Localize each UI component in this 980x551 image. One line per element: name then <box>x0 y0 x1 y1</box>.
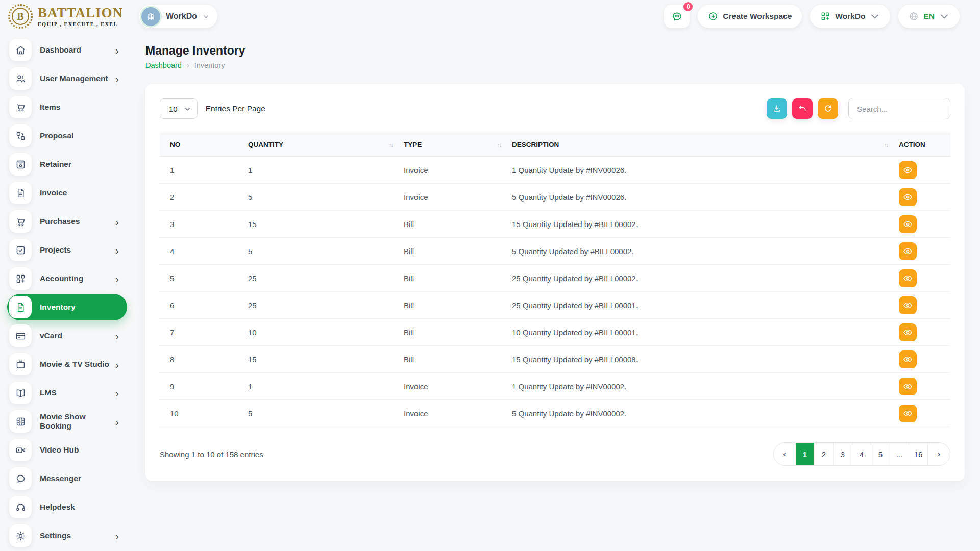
sidebar-item-video-hub[interactable]: Video Hub <box>7 437 127 463</box>
cell-type: Bill <box>400 346 508 373</box>
view-button[interactable] <box>899 161 917 179</box>
cell-type: Bill <box>400 238 508 265</box>
language-selector[interactable]: EN <box>898 5 960 28</box>
pagination-prev[interactable]: ‹ <box>774 443 796 465</box>
refresh-icon <box>823 104 832 113</box>
pagination-page-4[interactable]: 4 <box>852 443 871 465</box>
create-workspace-button[interactable]: Create Workspace <box>698 5 802 28</box>
cell-type: Invoice <box>400 157 508 184</box>
cell-quantity: 1 <box>244 157 400 184</box>
sidebar-item-dashboard[interactable]: Dashboard › <box>7 37 127 63</box>
cell-no: 9 <box>160 373 244 400</box>
sidebar-item-movie-tv-studio[interactable]: Movie & TV Studio › <box>7 351 127 378</box>
chevron-right-icon: › <box>115 73 119 84</box>
cell-type: Invoice <box>400 373 508 400</box>
sidebar-item-items[interactable]: Items <box>7 94 127 120</box>
chevron-down-icon <box>939 11 949 21</box>
search-input[interactable] <box>848 98 950 119</box>
sort-icon[interactable]: ↑↓ <box>497 142 504 148</box>
breadcrumb-dashboard-link[interactable]: Dashboard <box>145 61 182 69</box>
create-workspace-label: Create Workspace <box>723 12 792 21</box>
view-button[interactable] <box>899 405 917 422</box>
chevron-right-icon: › <box>115 359 119 370</box>
grid-plus-icon <box>9 267 32 290</box>
workspace-switcher[interactable]: WorkDo <box>139 5 217 28</box>
workdo-menu-button[interactable]: WorkDo <box>810 5 890 28</box>
cell-quantity: 15 <box>244 211 400 238</box>
topbar-actions: 0 Create Workspace WorkDo EN <box>664 5 960 28</box>
sidebar-item-accounting[interactable]: Accounting › <box>7 265 127 292</box>
sidebar-item-retainer[interactable]: Retainer <box>7 151 127 178</box>
cell-no: 7 <box>160 319 244 346</box>
sidebar-item-movie-show-booking[interactable]: Movie Show Booking › <box>7 408 127 435</box>
cell-quantity: 5 <box>244 184 400 211</box>
table-row: 6 25 Bill 25 Quantity Updated by #BILL00… <box>160 292 950 319</box>
eye-icon <box>903 165 913 175</box>
pagination-page-3[interactable]: 3 <box>834 443 852 465</box>
pagination-page-2[interactable]: 2 <box>815 443 834 465</box>
cell-description: 10 Quantity Updated by #BILL00001. <box>508 319 895 346</box>
view-button[interactable] <box>899 378 917 395</box>
download-icon <box>772 104 781 113</box>
view-button[interactable] <box>899 269 917 287</box>
pagination-page-5[interactable]: 5 <box>871 443 890 465</box>
chevron-right-icon: › <box>115 245 119 256</box>
sidebar-item-helpdesk[interactable]: Helpdesk <box>7 494 127 520</box>
building-icon <box>141 7 160 26</box>
eye-icon <box>903 192 913 202</box>
table-row: 1 1 Invoice 1 Quantity Update by #INV000… <box>160 157 950 184</box>
brand-name: BATTALION <box>38 6 123 20</box>
cell-description: 5 Quantity Updated by #BILL00002. <box>508 238 895 265</box>
messages-button[interactable]: 0 <box>664 5 690 28</box>
sidebar-item-user-management[interactable]: User Management › <box>7 65 127 92</box>
tv-icon <box>9 353 32 375</box>
column-header-description[interactable]: DESCRIPTION↑↓ <box>508 133 895 157</box>
view-button[interactable] <box>899 350 917 368</box>
sidebar-item-purchases[interactable]: Purchases › <box>7 208 127 235</box>
refresh-button[interactable] <box>818 98 838 119</box>
workdo-menu-label: WorkDo <box>835 12 865 21</box>
pagination-page-1[interactable]: 1 <box>796 443 815 465</box>
download-button[interactable] <box>767 98 787 119</box>
breadcrumb: Dashboard › Inventory <box>145 61 965 69</box>
table-row: 2 5 Invoice 5 Quantity Update by #INV000… <box>160 184 950 211</box>
sort-icon[interactable]: ↑↓ <box>884 142 891 148</box>
cell-type: Invoice <box>400 400 508 427</box>
pagination-next[interactable]: › <box>928 443 950 465</box>
view-button[interactable] <box>899 215 917 233</box>
plus-circle-icon <box>708 11 718 21</box>
inventory-table: NOQUANTITY↑↓TYPE↑↓DESCRIPTION↑↓ACTION 1 … <box>160 133 950 427</box>
table-row: 3 15 Bill 15 Quantity Updated by #BILL00… <box>160 211 950 238</box>
view-button[interactable] <box>899 242 917 260</box>
sidebar-item-inventory[interactable]: Inventory <box>7 294 127 320</box>
table-header-row: NOQUANTITY↑↓TYPE↑↓DESCRIPTION↑↓ACTION <box>160 133 950 157</box>
brand-logo[interactable]: B BATTALION EQUIP , EXECUTE , EXEL <box>8 4 129 29</box>
cell-description: 15 Quantity Updated by #BILL00008. <box>508 346 895 373</box>
undo-button[interactable] <box>792 98 813 119</box>
column-header-quantity[interactable]: QUANTITY↑↓ <box>244 133 400 157</box>
chevron-right-icon: › <box>115 531 119 541</box>
sidebar-item-projects[interactable]: Projects › <box>7 237 127 263</box>
sidebar-item-vcard[interactable]: vCard › <box>7 322 127 349</box>
pagination-page-16[interactable]: 16 <box>909 443 928 465</box>
sidebar-item-invoice[interactable]: Invoice <box>7 180 127 206</box>
eye-icon <box>903 300 913 310</box>
sidebar-item-lms[interactable]: LMS › <box>7 380 127 406</box>
sidebar-item-settings[interactable]: Settings › <box>7 522 127 549</box>
sidebar-item-proposal[interactable]: Proposal <box>7 122 127 149</box>
view-button[interactable] <box>899 296 917 314</box>
cell-description: 5 Quantity Update by #INV00002. <box>508 400 895 427</box>
column-header-type[interactable]: TYPE↑↓ <box>400 133 508 157</box>
view-button[interactable] <box>899 323 917 341</box>
sort-icon[interactable]: ↑↓ <box>389 142 396 148</box>
cell-description: 25 Quantity Updated by #BILL00001. <box>508 292 895 319</box>
view-button[interactable] <box>899 188 917 206</box>
chat-bubble-icon <box>671 11 683 22</box>
entries-summary: Showing 1 to 10 of 158 entries <box>160 450 263 459</box>
sidebar-item-messenger[interactable]: Messenger <box>7 465 127 492</box>
workspace-name: WorkDo <box>166 12 197 21</box>
globe-icon <box>909 11 919 21</box>
entries-per-page-select[interactable]: 10 <box>160 98 198 119</box>
undo-icon <box>798 104 807 113</box>
pagination: ‹12345...16› <box>773 442 950 466</box>
